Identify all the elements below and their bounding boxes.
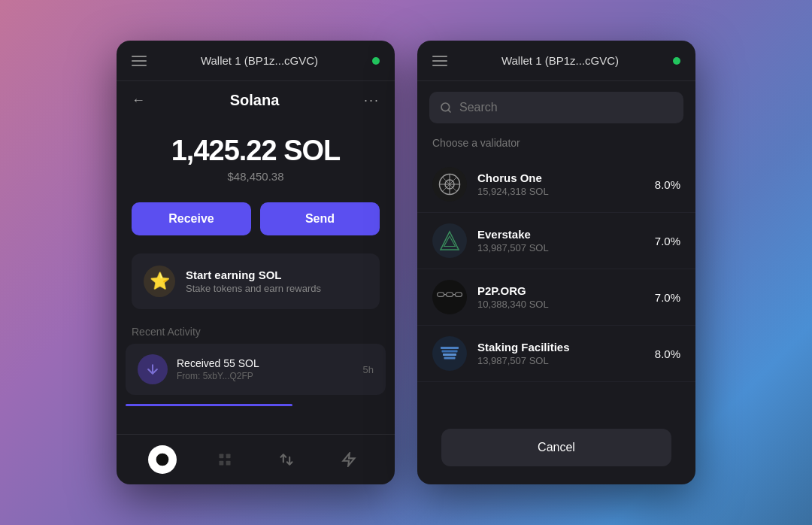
validators-list: Chorus One 15,924,318 SOL 8.0% Everstake… bbox=[417, 156, 695, 411]
svg-marker-6 bbox=[343, 454, 354, 466]
wallet-panel: Wallet 1 (BP1z...cGVC) ← Solana ··· 1,42… bbox=[117, 41, 395, 484]
status-dot-p1 bbox=[372, 57, 380, 65]
activity-sub: From: 5xbY...Q2FP bbox=[177, 371, 354, 381]
panel1-header: Wallet 1 (BP1z...cGVC) bbox=[117, 41, 395, 81]
p2p-sol: 10,388,340 SOL bbox=[477, 299, 644, 310]
staking-facilities-logo bbox=[432, 336, 467, 371]
chorus-one-name: Chorus One bbox=[477, 171, 644, 184]
usd-balance: $48,450.38 bbox=[132, 170, 380, 183]
star-icon: ⭐ bbox=[144, 266, 175, 297]
svg-rect-5 bbox=[226, 461, 230, 466]
nav-swap-button[interactable] bbox=[272, 445, 301, 474]
p2p-name: P2P.ORG bbox=[477, 284, 644, 297]
recent-activity-label: Recent Activity bbox=[117, 315, 395, 344]
page-title-p1: Solana bbox=[230, 92, 280, 109]
everstake-info: Everstake 13,987,507 SOL bbox=[477, 228, 644, 253]
back-button[interactable]: ← bbox=[132, 93, 145, 108]
svg-rect-2 bbox=[219, 454, 223, 459]
search-icon bbox=[440, 102, 452, 114]
loading-progress bbox=[126, 404, 292, 406]
panel1-nav: ← Solana ··· bbox=[117, 81, 395, 120]
p2p-info: P2P.ORG 10,388,340 SOL bbox=[477, 284, 644, 310]
svg-rect-3 bbox=[226, 454, 230, 459]
search-input[interactable] bbox=[459, 101, 673, 114]
action-buttons: Receive Send bbox=[117, 190, 395, 247]
earn-text: Start earning SOL Stake tokens and earn … bbox=[186, 269, 321, 294]
nav-activity-button[interactable] bbox=[335, 445, 363, 474]
everstake-logo bbox=[432, 223, 467, 258]
more-options-button[interactable]: ··· bbox=[364, 93, 380, 108]
bottom-nav: $ bbox=[117, 434, 395, 484]
activity-info: Received 55 SOL From: 5xbY...Q2FP bbox=[177, 357, 354, 381]
staking-facilities-sol: 13,987,507 SOL bbox=[477, 355, 644, 366]
everstake-name: Everstake bbox=[477, 228, 644, 241]
nav-wallet-button[interactable]: $ bbox=[148, 445, 177, 474]
wallet-title-p2: Wallet 1 (BP1z...cGVC) bbox=[501, 54, 619, 67]
choose-validator-label: Choose a validator bbox=[417, 134, 695, 156]
earn-banner[interactable]: ⭐ Start earning SOL Stake tokens and ear… bbox=[132, 253, 380, 309]
receive-button[interactable]: Receive bbox=[132, 202, 251, 235]
wallet-title-p1: Wallet 1 (BP1z...cGVC) bbox=[201, 54, 318, 67]
everstake-apy: 7.0% bbox=[655, 235, 680, 247]
panels-container: Wallet 1 (BP1z...cGVC) ← Solana ··· 1,42… bbox=[0, 0, 812, 525]
staking-facilities-info: Staking Facilities 13,987,507 SOL bbox=[477, 341, 644, 366]
send-button[interactable]: Send bbox=[260, 202, 380, 235]
svg-marker-13 bbox=[444, 236, 456, 247]
svg-text:$: $ bbox=[160, 454, 165, 464]
p2p-apy: 7.0% bbox=[655, 291, 680, 304]
activity-title: Received 55 SOL bbox=[177, 357, 354, 369]
svg-rect-4 bbox=[219, 461, 223, 466]
validator-chorus-one[interactable]: Chorus One 15,924,318 SOL 8.0% bbox=[417, 156, 695, 213]
nav-apps-button[interactable] bbox=[211, 445, 239, 474]
staking-facilities-apy: 8.0% bbox=[655, 347, 680, 360]
chorus-one-sol: 15,924,318 SOL bbox=[477, 186, 644, 197]
validator-panel: Wallet 1 (BP1z...cGVC) Choose a validato… bbox=[417, 41, 695, 484]
activity-item[interactable]: Received 55 SOL From: 5xbY...Q2FP 5h bbox=[126, 344, 386, 395]
earn-subtitle: Stake tokens and earn rewards bbox=[186, 283, 321, 294]
chorus-one-info: Chorus One 15,924,318 SOL bbox=[477, 171, 644, 197]
svg-rect-19 bbox=[441, 347, 459, 349]
everstake-sol: 13,987,507 SOL bbox=[477, 242, 644, 253]
p2p-logo bbox=[432, 280, 467, 314]
menu-button[interactable] bbox=[132, 56, 147, 66]
balance-section: 1,425.22 SOL $48,450.38 bbox=[117, 120, 395, 190]
cancel-button[interactable]: Cancel bbox=[441, 429, 671, 466]
svg-rect-21 bbox=[443, 354, 456, 356]
svg-rect-15 bbox=[446, 293, 453, 297]
sol-balance: 1,425.22 SOL bbox=[132, 135, 380, 167]
earn-title: Start earning SOL bbox=[186, 269, 321, 281]
chorus-one-apy: 8.0% bbox=[655, 178, 680, 191]
activity-time: 5h bbox=[363, 364, 374, 375]
chorus-one-logo bbox=[432, 167, 467, 202]
menu-button-p2[interactable] bbox=[432, 56, 447, 66]
validator-p2p[interactable]: P2P.ORG 10,388,340 SOL 7.0% bbox=[417, 269, 695, 326]
cancel-section: Cancel bbox=[417, 411, 695, 484]
svg-rect-22 bbox=[444, 357, 456, 360]
svg-rect-14 bbox=[438, 293, 444, 297]
validator-everstake[interactable]: Everstake 13,987,507 SOL 7.0% bbox=[417, 213, 695, 269]
svg-marker-12 bbox=[441, 232, 459, 250]
search-bar[interactable] bbox=[429, 92, 683, 123]
svg-rect-20 bbox=[442, 351, 458, 353]
status-dot-p2 bbox=[673, 57, 680, 65]
activity-icon bbox=[138, 354, 168, 384]
staking-facilities-name: Staking Facilities bbox=[477, 341, 644, 354]
panel2-header: Wallet 1 (BP1z...cGVC) bbox=[417, 41, 695, 81]
svg-rect-16 bbox=[455, 293, 462, 297]
validator-staking-facilities[interactable]: Staking Facilities 13,987,507 SOL 8.0% bbox=[417, 326, 695, 382]
